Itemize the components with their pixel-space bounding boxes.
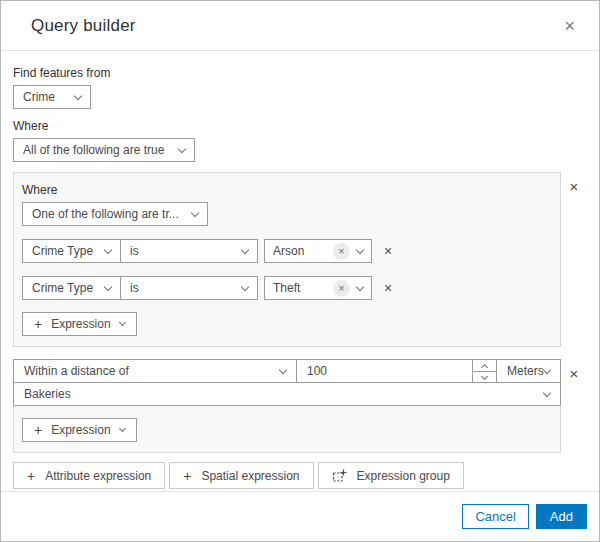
clear-value-icon[interactable]: × (333, 280, 350, 297)
number-stepper (472, 360, 496, 382)
remove-group-icon[interactable]: × (561, 179, 587, 194)
operator-select-value: is (130, 244, 139, 258)
condition-row: Crime Type is Theft × × (22, 276, 552, 300)
chevron-down-icon (356, 245, 364, 253)
target-layer-value: Bakeries (24, 387, 71, 401)
group1-operator-select[interactable]: One of the following are tr... (22, 202, 208, 226)
add-expression-group-button[interactable]: Expression group (318, 462, 464, 489)
remove-condition-icon[interactable]: × (384, 281, 392, 295)
field-select[interactable]: Crime Type (22, 276, 121, 300)
operator-select[interactable]: is (120, 239, 258, 263)
remove-condition-icon[interactable]: × (384, 244, 392, 258)
dialog-body: Find features from Crime Where All of th… (1, 51, 599, 491)
operator-select[interactable]: is (120, 276, 258, 300)
chevron-down-icon (74, 91, 82, 99)
spatial-expression-label: Spatial expression (201, 469, 299, 483)
chevron-down-icon (119, 425, 126, 432)
chevron-down-icon (191, 208, 199, 216)
stepper-down-icon[interactable] (473, 371, 496, 382)
chevron-down-icon (279, 365, 287, 373)
plus-icon: + (27, 469, 35, 483)
where-label: Where (13, 119, 587, 133)
distance-input[interactable] (297, 360, 472, 382)
chevron-down-icon (241, 245, 249, 253)
expression-actions: + Attribute expression + Spatial express… (13, 462, 587, 489)
chevron-down-icon (356, 282, 364, 290)
find-features-label: Find features from (13, 66, 587, 80)
chevron-down-icon (104, 245, 112, 253)
where-operator-value: All of the following are true (23, 143, 164, 157)
value-chip-label: Theft (273, 281, 333, 295)
plus-icon: + (34, 317, 42, 331)
plus-icon: + (183, 469, 191, 483)
value-chip-label: Arson (273, 244, 333, 258)
clear-value-icon[interactable]: × (333, 243, 350, 260)
chevron-down-icon (543, 388, 551, 396)
field-select[interactable]: Crime Type (22, 239, 121, 263)
add-spatial-expression-button[interactable]: + Spatial expression (169, 462, 313, 489)
dialog-header: Query builder × (1, 1, 599, 51)
plus-icon: + (34, 423, 42, 437)
close-icon[interactable]: × (560, 15, 579, 37)
value-combobox[interactable]: Arson × (264, 239, 372, 263)
distance-field (296, 359, 497, 383)
dialog-title: Query builder (31, 16, 136, 36)
chevron-down-icon (241, 282, 249, 290)
field-select-value: Crime Type (32, 281, 93, 295)
add-expression-button[interactable]: + Expression (22, 418, 137, 442)
operator-select-value: is (130, 281, 139, 295)
chevron-down-icon (178, 144, 186, 152)
where-operator-select[interactable]: All of the following are true (13, 138, 195, 162)
add-expression-label: Expression (51, 423, 110, 437)
layer-select-value: Crime (23, 90, 55, 104)
group1-where-label: Where (22, 183, 552, 197)
condition-row: Crime Type is Arson × × (22, 239, 552, 263)
target-layer-select[interactable]: Bakeries (13, 382, 561, 406)
add-expression-button[interactable]: + Expression (22, 312, 137, 336)
value-combobox[interactable]: Theft × (264, 276, 372, 300)
cancel-button[interactable]: Cancel (462, 504, 528, 529)
layer-select[interactable]: Crime (13, 85, 91, 109)
add-attribute-expression-button[interactable]: + Attribute expression (13, 462, 165, 489)
attribute-expression-label: Attribute expression (45, 469, 151, 483)
chevron-down-icon (119, 319, 126, 326)
chevron-down-icon (543, 365, 551, 373)
unit-select-value: Meters (507, 364, 544, 378)
expression-group-label: Expression group (357, 469, 450, 483)
field-select-value: Crime Type (32, 244, 93, 258)
remove-group-icon[interactable]: × (561, 366, 587, 381)
spatial-mode-select[interactable]: Within a distance of (13, 359, 297, 383)
add-button[interactable]: Add (536, 504, 587, 529)
expression-group-icon (332, 468, 347, 483)
group1-operator-value: One of the following are tr... (32, 207, 179, 221)
expression-group-2: Within a distance of Meters (13, 359, 561, 453)
add-expression-label: Expression (51, 317, 110, 331)
unit-select[interactable]: Meters (496, 359, 561, 383)
query-builder-dialog: Query builder × Find features from Crime… (0, 0, 600, 542)
chevron-down-icon (104, 282, 112, 290)
spatial-mode-value: Within a distance of (24, 364, 129, 378)
dialog-footer: Cancel Add (1, 491, 599, 541)
expression-group-1: Where One of the following are tr... Cri… (13, 172, 561, 347)
stepper-up-icon[interactable] (473, 360, 496, 371)
